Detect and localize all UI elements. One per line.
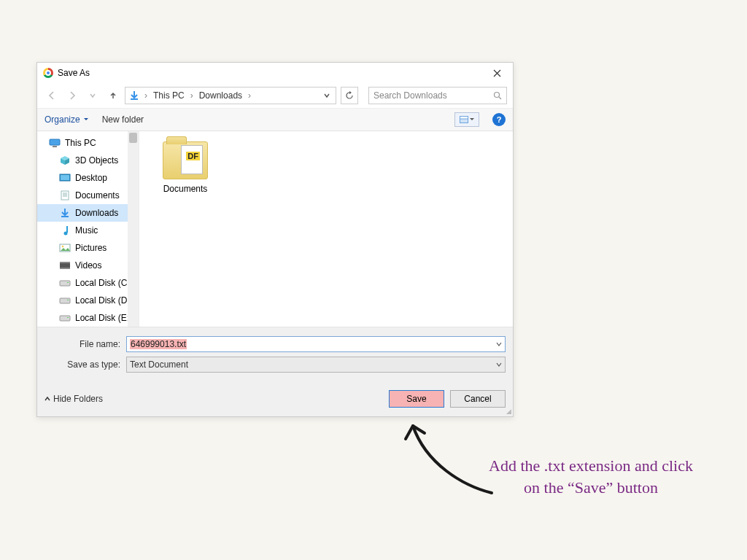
tree-item-this-pc[interactable]: This PC (37, 134, 139, 152)
save-label: Save (406, 394, 426, 404)
svg-rect-24 (60, 316, 70, 321)
address-dropdown[interactable] (321, 90, 333, 101)
new-folder-button[interactable]: New folder (102, 114, 144, 125)
up-button[interactable] (104, 87, 122, 104)
help-button[interactable]: ? (492, 113, 506, 126)
filename-input[interactable]: 646999013.txt (126, 336, 506, 352)
forward-button[interactable] (63, 87, 81, 104)
footer: Hide Folders Save Cancel ◢ (37, 383, 513, 416)
save-button[interactable]: Save (389, 390, 444, 408)
search-input[interactable]: Search Downloads (368, 87, 507, 104)
address-bar[interactable]: › This PC › Downloads › (125, 87, 336, 104)
docs-icon (59, 190, 71, 201)
search-placeholder: Search Downloads (374, 90, 493, 101)
close-button[interactable] (482, 63, 511, 83)
svg-point-1 (495, 93, 500, 98)
help-icon: ? (497, 115, 502, 124)
svg-rect-25 (67, 317, 69, 318)
svg-rect-20 (60, 281, 70, 286)
window-title: Save As (58, 68, 482, 78)
breadcrumb-downloads[interactable]: Downloads (198, 89, 244, 102)
folder-label: Documents (152, 184, 218, 194)
organize-button[interactable]: Organize (44, 114, 89, 125)
pc-icon (49, 138, 61, 148)
scrollbar-thumb[interactable] (129, 133, 137, 143)
chrome-icon (43, 68, 53, 78)
breadcrumb-this-pc[interactable]: This PC (152, 89, 186, 102)
3d-icon (59, 155, 71, 166)
tree-item-label: Documents (75, 190, 120, 201)
saveastype-select[interactable]: Text Document (126, 357, 506, 373)
filename-label: File name: (44, 339, 126, 349)
organize-label: Organize (44, 114, 80, 125)
tree-item-music[interactable]: Music (37, 222, 139, 239)
dialog-body: This PC3D ObjectsDesktopDocumentsDownloa… (37, 131, 513, 327)
view-icon (460, 116, 468, 123)
tree-item-local-disk-c-[interactable]: Local Disk (C:) (37, 274, 139, 292)
tree-item-label: Downloads (75, 208, 118, 218)
svg-rect-21 (67, 282, 69, 283)
nav-row: › This PC › Downloads › Search Downloads (37, 83, 513, 108)
saveastype-value: Text Document (130, 359, 496, 370)
chevron-right-icon: › (144, 90, 147, 101)
svg-rect-5 (50, 139, 60, 145)
tree-item-downloads[interactable]: Downloads (37, 204, 139, 222)
chevron-down-icon (470, 117, 474, 122)
desktop-icon (59, 173, 71, 183)
chevron-down-icon[interactable] (496, 339, 502, 349)
titlebar: Save As (37, 63, 513, 83)
svg-rect-13 (61, 216, 69, 217)
tree-item-label: Pictures (75, 243, 107, 253)
chevron-up-icon (44, 396, 50, 402)
svg-point-16 (62, 246, 64, 248)
tree-item-pictures[interactable]: Pictures (37, 239, 139, 257)
chevron-down-icon (83, 117, 89, 122)
svg-rect-0 (131, 98, 138, 100)
folder-item-documents[interactable]: DF Documents (152, 141, 218, 194)
chevron-right-icon: › (190, 90, 193, 101)
content-pane[interactable]: DF Documents (139, 131, 513, 327)
tree-item-label: Local Disk (D:) (75, 295, 133, 306)
toolbar: Organize New folder ? (37, 108, 513, 131)
downloads-icon (59, 208, 71, 218)
hide-folders-button[interactable]: Hide Folders (44, 394, 103, 404)
svg-rect-8 (61, 175, 69, 180)
tree-item-3d-objects[interactable]: 3D Objects (37, 152, 139, 169)
music-icon (59, 225, 71, 236)
save-as-dialog: Save As › This PC (36, 62, 514, 417)
folder-icon: DF (163, 141, 208, 179)
filename-value: 646999013.txt (130, 339, 187, 349)
svg-rect-6 (53, 146, 57, 147)
svg-rect-18 (60, 262, 70, 263)
resize-grip[interactable]: ◢ (506, 408, 511, 415)
tree-item-label: 3D Objects (75, 155, 118, 166)
svg-rect-9 (61, 191, 69, 200)
downloads-icon (128, 90, 140, 101)
videos-icon (59, 260, 71, 271)
cancel-button[interactable]: Cancel (450, 390, 506, 408)
tree-item-local-disk-e-[interactable]: Local Disk (E:) (37, 309, 139, 327)
tree-item-videos[interactable]: Videos (37, 257, 139, 274)
chevron-right-icon: › (248, 90, 251, 101)
chevron-down-icon[interactable] (496, 359, 502, 370)
scrollbar[interactable] (128, 131, 139, 327)
tree-item-desktop[interactable]: Desktop (37, 169, 139, 187)
svg-rect-3 (460, 117, 468, 119)
svg-rect-19 (60, 268, 70, 269)
tree-item-label: Videos (75, 260, 101, 271)
tree-item-label: Desktop (75, 173, 107, 183)
tree-item-label: Music (75, 225, 98, 236)
tree-item-label: Local Disk (C:) (75, 278, 133, 288)
svg-point-14 (64, 232, 68, 236)
tree-item-local-disk-d-[interactable]: Local Disk (D:) (37, 292, 139, 309)
view-button[interactable] (454, 112, 479, 127)
tree-item-documents[interactable]: Documents (37, 187, 139, 204)
svg-rect-23 (67, 300, 69, 300)
svg-rect-4 (460, 120, 468, 123)
nav-tree: This PC3D ObjectsDesktopDocumentsDownloa… (37, 131, 139, 327)
refresh-button[interactable] (341, 87, 358, 104)
recent-dropdown[interactable] (84, 87, 101, 104)
back-button[interactable] (43, 87, 61, 104)
svg-rect-22 (60, 298, 70, 303)
close-icon (493, 69, 501, 77)
